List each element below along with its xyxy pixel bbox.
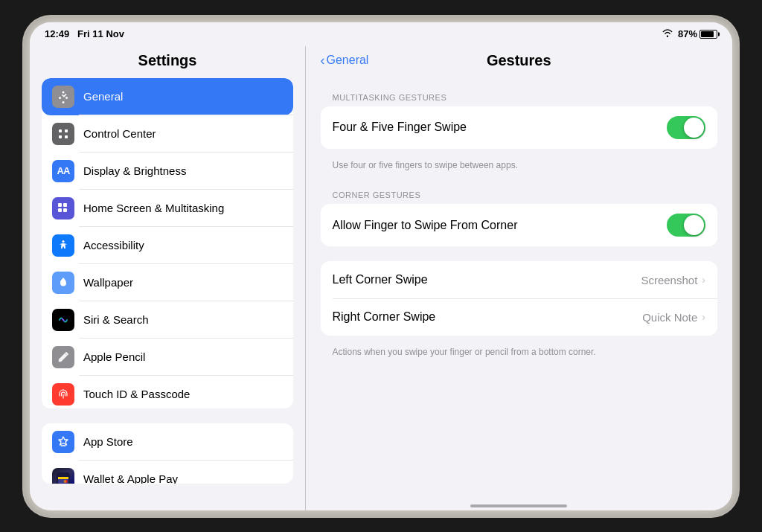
multitasking-section-header: MULTITASKING GESTURES <box>321 83 718 106</box>
svg-rect-15 <box>58 477 68 479</box>
corner-actions-group: Left Corner Swipe Screenshot › Right Cor… <box>321 261 718 336</box>
display-icon: AA <box>52 160 74 182</box>
sidebar-section-apps: App Store Wallet & Apple <box>42 423 293 484</box>
appstore-label: App Store <box>83 435 133 448</box>
svg-rect-6 <box>58 208 62 212</box>
four-five-finger-label: Four & Five Finger Swipe <box>333 121 467 134</box>
right-corner-label: Right Corner Swipe <box>333 310 436 324</box>
general-label: General <box>83 90 123 103</box>
time-display: 12:49 <box>45 28 69 39</box>
svg-rect-3 <box>65 135 68 138</box>
battery-percent: 87% <box>678 28 697 39</box>
sidebar-item-general[interactable]: General <box>42 78 293 115</box>
home-bar <box>306 499 733 510</box>
accessibility-label: Accessibility <box>83 239 144 251</box>
sidebar: Settings General <box>30 46 305 510</box>
sidebar-item-display[interactable]: AA Display & Brightness <box>42 153 293 190</box>
sidebar-item-homescreen[interactable]: Home Screen & Multitasking <box>42 190 293 227</box>
control-center-label: Control Center <box>83 127 156 140</box>
svg-rect-0 <box>59 129 62 132</box>
wallpaper-icon <box>52 272 74 294</box>
homescreen-icon <box>52 197 74 219</box>
wallet-icon <box>52 468 74 484</box>
date-display: Fri 11 Nov <box>77 28 124 39</box>
right-corner-value: Quick Note <box>642 311 697 324</box>
sidebar-item-accessibility[interactable]: Accessibility <box>42 227 293 264</box>
wifi-icon <box>662 28 673 39</box>
pencil-icon <box>52 346 74 368</box>
homescreen-label: Home Screen & Multitasking <box>83 202 224 214</box>
wallpaper-label: Wallpaper <box>83 276 133 289</box>
siri-label: Siri & Search <box>83 313 149 326</box>
toggle-knob <box>684 118 704 138</box>
left-corner-row[interactable]: Left Corner Swipe Screenshot › <box>321 261 718 298</box>
sidebar-item-appstore[interactable]: App Store <box>42 423 293 461</box>
siri-icon <box>52 309 74 331</box>
accessibility-icon <box>52 234 74 257</box>
allow-corner-swipe-toggle[interactable] <box>667 214 705 237</box>
four-five-finger-row: Four & Five Finger Swipe <box>321 106 718 149</box>
sidebar-item-wallpaper[interactable]: Wallpaper <box>42 264 293 301</box>
left-corner-label: Left Corner Swipe <box>333 273 428 286</box>
back-label: General <box>327 54 369 67</box>
four-five-finger-description: Use four or five fingers to swipe betwee… <box>321 155 718 181</box>
right-corner-chevron: › <box>702 311 705 323</box>
toggle-knob-2 <box>684 215 704 235</box>
corner-section-header: CORNER GESTURES <box>321 180 718 204</box>
allow-corner-swipe-row: Allow Finger to Swipe From Corner <box>321 204 718 246</box>
sidebar-item-control-center[interactable]: Control Center <box>42 115 293 153</box>
svg-point-9 <box>60 280 62 281</box>
pencil-label: Apple Pencil <box>83 350 145 363</box>
sidebar-item-siri[interactable]: Siri & Search <box>42 301 293 339</box>
svg-rect-2 <box>59 135 62 138</box>
general-icon <box>52 86 74 108</box>
status-time: 12:49 Fri 11 Nov <box>45 28 124 39</box>
appstore-icon <box>52 431 74 453</box>
svg-point-17 <box>64 480 67 483</box>
status-bar: 12:49 Fri 11 Nov 87% <box>30 22 732 46</box>
svg-rect-4 <box>58 203 62 207</box>
left-corner-value: Screenshot <box>641 274 697 286</box>
main-content: Settings General <box>30 46 732 510</box>
right-corner-right: Quick Note › <box>642 311 705 324</box>
wallet-label: Wallet & Apple Pay <box>83 472 178 483</box>
right-panel-content: MULTITASKING GESTURES Four & Five Finger… <box>306 77 733 499</box>
sidebar-item-pencil[interactable]: Apple Pencil <box>42 339 293 376</box>
ipad-frame: 12:49 Fri 11 Nov 87% <box>24 16 738 516</box>
battery-bar <box>699 30 717 39</box>
left-corner-right: Screenshot › <box>641 274 705 286</box>
corner-actions-description: Actions when you swipe your finger or pe… <box>321 342 718 368</box>
touchid-icon <box>52 383 74 406</box>
status-right: 87% <box>662 28 717 39</box>
right-header: ‹ General Gestures <box>306 46 733 77</box>
multitasking-group: Four & Five Finger Swipe <box>321 106 718 149</box>
svg-rect-1 <box>65 129 68 132</box>
right-panel: ‹ General Gestures MULTITASKING GESTURES… <box>306 46 733 510</box>
corner-group: Allow Finger to Swipe From Corner <box>321 204 718 246</box>
control-center-icon <box>52 123 74 145</box>
svg-point-8 <box>63 240 65 243</box>
back-button[interactable]: ‹ General <box>321 54 369 67</box>
home-bar-line <box>470 504 567 507</box>
left-corner-chevron: › <box>702 274 705 286</box>
allow-corner-swipe-label: Allow Finger to Swipe From Corner <box>333 219 518 232</box>
right-corner-row[interactable]: Right Corner Swipe Quick Note › <box>321 298 718 336</box>
four-five-finger-toggle[interactable] <box>667 116 705 139</box>
sidebar-title: Settings <box>42 46 293 78</box>
battery-indicator: 87% <box>678 28 717 39</box>
touchid-label: Touch ID & Passcode <box>83 388 190 400</box>
display-label: Display & Brightness <box>83 164 186 177</box>
svg-rect-7 <box>63 208 67 212</box>
back-chevron-icon: ‹ <box>321 54 325 67</box>
right-panel-title: Gestures <box>487 52 551 69</box>
battery-fill <box>701 31 714 37</box>
svg-rect-5 <box>63 203 67 207</box>
sidebar-section-main: General Control Center <box>42 78 293 408</box>
ipad-screen: 12:49 Fri 11 Nov 87% <box>30 22 732 510</box>
sidebar-item-touchid[interactable]: Touch ID & Passcode <box>42 376 293 408</box>
sidebar-item-wallet[interactable]: Wallet & Apple Pay <box>42 461 293 484</box>
